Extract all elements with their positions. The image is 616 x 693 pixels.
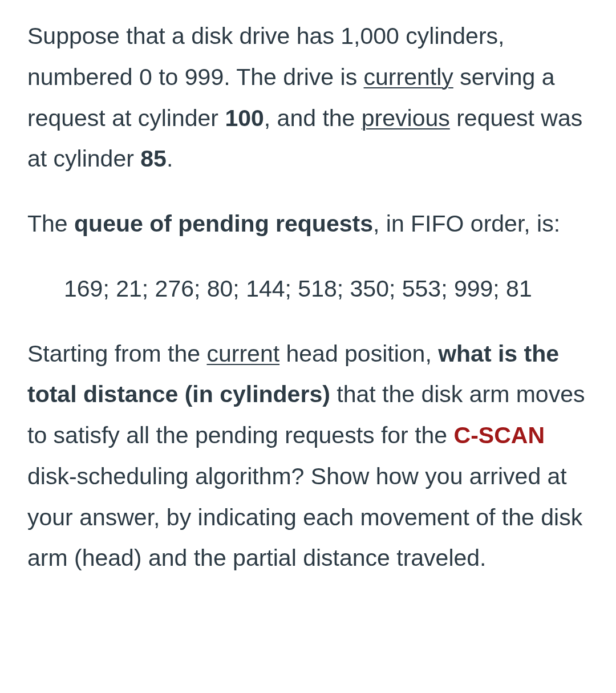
queue-intro-paragraph: The queue of pending requests, in FIFO o… (27, 204, 595, 245)
text-segment: head position, (279, 341, 438, 367)
cylinder-85: 85 (140, 145, 167, 172)
text-segment: The (27, 210, 74, 237)
cscan-label: C-SCAN (454, 422, 545, 448)
underline-previous: previous (362, 105, 450, 131)
text-segment: , in FIFO order, is: (373, 210, 560, 237)
problem-setup-paragraph: Suppose that a disk drive has 1,000 cyli… (27, 16, 595, 180)
text-segment: . (167, 145, 173, 172)
text-segment: disk-scheduling algorithm? Show how you … (27, 463, 582, 572)
question-paragraph: Starting from the current head position,… (27, 334, 595, 579)
cylinder-100: 100 (225, 105, 264, 131)
text-segment: , and the (264, 105, 362, 131)
queue-pending-requests: queue of pending requests (74, 210, 373, 237)
underline-currently: currently (364, 64, 453, 90)
queue-values: 169; 21; 276; 80; 144; 518; 350; 553; 99… (64, 275, 532, 302)
queue-values-paragraph: 169; 21; 276; 80; 144; 518; 350; 553; 99… (27, 269, 595, 310)
underline-current: current (206, 341, 279, 367)
text-segment: Starting from the (27, 341, 206, 367)
